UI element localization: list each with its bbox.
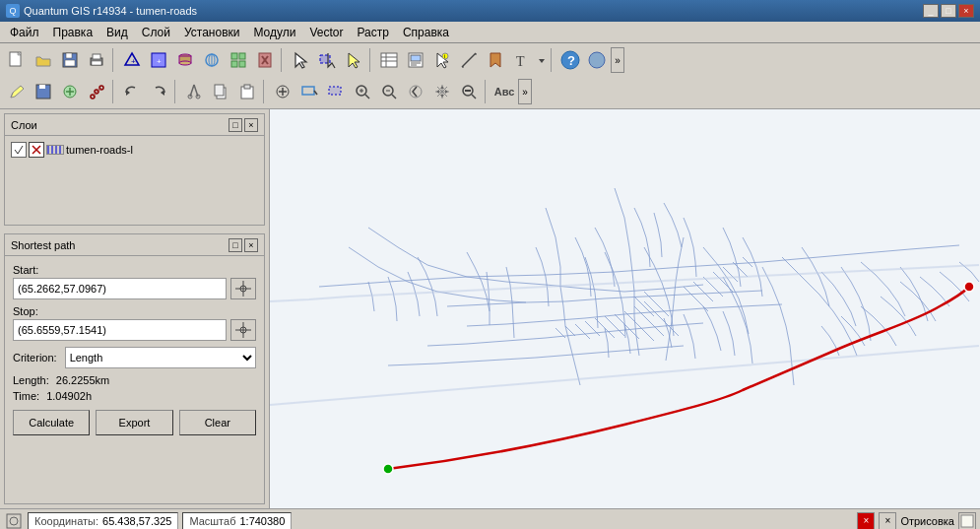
length-row: Length: 26.2255km bbox=[13, 374, 256, 386]
tb-more-1[interactable]: » bbox=[611, 47, 624, 73]
svg-rect-6 bbox=[93, 54, 100, 59]
svg-line-80 bbox=[15, 150, 18, 154]
status-map-icon[interactable] bbox=[4, 512, 24, 530]
tb-add-raster[interactable]: + bbox=[146, 47, 171, 73]
menu-vector[interactable]: Vector bbox=[303, 24, 349, 41]
menu-file[interactable]: Файл bbox=[4, 24, 45, 41]
tb-text[interactable]: T bbox=[509, 47, 535, 73]
scale-label: Масштаб bbox=[189, 515, 235, 527]
menu-settings[interactable]: Установки bbox=[178, 24, 245, 41]
svg-rect-90 bbox=[270, 109, 980, 508]
export-button[interactable]: Export bbox=[96, 410, 172, 435]
svg-line-78 bbox=[472, 95, 476, 99]
layers-maximize-btn[interactable]: □ bbox=[229, 118, 242, 132]
tb-pan[interactable] bbox=[429, 79, 455, 104]
layers-close-btn[interactable]: × bbox=[244, 118, 258, 132]
tb-zoom-custom[interactable] bbox=[456, 79, 482, 104]
criterion-select[interactable]: Length Time bbox=[65, 347, 256, 368]
tb-zoom-out[interactable] bbox=[376, 79, 402, 104]
tb-text-dropdown[interactable] bbox=[536, 47, 548, 73]
stop-pick-btn[interactable] bbox=[230, 319, 256, 341]
layer-remove-btn[interactable] bbox=[29, 142, 44, 158]
tb-zoom-full[interactable] bbox=[270, 79, 295, 104]
calculate-button[interactable]: Calculate bbox=[13, 410, 90, 435]
map-area[interactable] bbox=[270, 109, 980, 508]
sp-panel-controls: □ × bbox=[229, 238, 258, 252]
tb-add-db[interactable] bbox=[172, 47, 198, 73]
toolbar-1: + + i bbox=[4, 45, 976, 75]
time-label: Time: bbox=[13, 390, 39, 402]
tb-more-2[interactable]: » bbox=[518, 79, 532, 104]
tb-add-vector[interactable]: + bbox=[119, 47, 145, 73]
tb-save-edit[interactable] bbox=[31, 79, 56, 104]
render-stop-btn[interactable]: × bbox=[857, 512, 875, 530]
tb-zoom-in[interactable] bbox=[350, 79, 375, 104]
tb-select[interactable] bbox=[288, 47, 313, 73]
tb-cut[interactable] bbox=[181, 79, 207, 104]
render-settings-btn[interactable] bbox=[958, 512, 976, 530]
render-refresh-btn[interactable]: × bbox=[879, 512, 896, 530]
tb-identify[interactable]: i bbox=[429, 47, 455, 73]
svg-text:+: + bbox=[157, 57, 162, 66]
minimize-button[interactable]: _ bbox=[923, 4, 939, 18]
start-input[interactable] bbox=[13, 278, 227, 299]
tb-save[interactable] bbox=[57, 47, 83, 73]
tb-wms[interactable] bbox=[199, 47, 225, 73]
tb-settings[interactable] bbox=[584, 47, 610, 73]
tb-zoom-layer[interactable] bbox=[296, 79, 322, 104]
coords-value: 65.438,57.325 bbox=[102, 515, 171, 527]
tb-print[interactable] bbox=[84, 47, 109, 73]
clear-button[interactable]: Clear bbox=[179, 410, 256, 435]
tb-bookmark[interactable] bbox=[483, 47, 508, 73]
scale-section: Масштаб 1:740380 bbox=[182, 512, 292, 530]
sp-maximize-btn[interactable]: □ bbox=[229, 238, 242, 252]
tb-help[interactable]: ? bbox=[557, 47, 583, 73]
menu-help[interactable]: Справка bbox=[397, 24, 455, 41]
maximize-button[interactable]: □ bbox=[941, 4, 956, 18]
sp-close-btn[interactable]: × bbox=[244, 238, 258, 252]
tb-wmts[interactable] bbox=[226, 47, 251, 73]
tb-select-rect[interactable] bbox=[314, 47, 340, 73]
layer-symbol bbox=[46, 145, 64, 155]
tb-sep-8 bbox=[485, 80, 489, 103]
tb-add-feature[interactable] bbox=[57, 79, 83, 104]
menu-raster[interactable]: Растр bbox=[351, 24, 394, 41]
tb-cursor[interactable] bbox=[341, 47, 366, 73]
tb-redo[interactable] bbox=[146, 79, 171, 104]
tb-copy[interactable] bbox=[208, 79, 233, 104]
menu-plugins[interactable]: Модули bbox=[247, 24, 301, 41]
length-value: 26.2255km bbox=[56, 374, 109, 386]
stop-input[interactable] bbox=[13, 319, 227, 341]
layers-content: tumen-roads-l bbox=[5, 136, 264, 225]
tb-abc[interactable]: Авс bbox=[491, 79, 517, 104]
svg-rect-7 bbox=[92, 61, 101, 65]
menu-edit[interactable]: Правка bbox=[47, 24, 99, 41]
layers-title: Слои bbox=[11, 119, 37, 131]
sp-title-bar: Shortest path □ × bbox=[5, 234, 264, 256]
main-area: Слои □ × tumen-roads- bbox=[0, 109, 980, 508]
tb-undo[interactable] bbox=[119, 79, 145, 104]
tb-measure[interactable] bbox=[456, 47, 482, 73]
tb-node-tool[interactable] bbox=[84, 79, 109, 104]
status-bar: Координаты: 65.438,57.325 Масштаб 1:7403… bbox=[0, 508, 980, 529]
layer-visibility-checkbox[interactable] bbox=[11, 142, 27, 158]
layers-title-bar: Слои □ × bbox=[5, 114, 264, 136]
menu-layer[interactable]: Слой bbox=[136, 24, 176, 41]
coords-label: Координаты: bbox=[34, 515, 98, 527]
tb-edit-pencil[interactable] bbox=[4, 79, 30, 104]
tb-open[interactable] bbox=[31, 47, 56, 73]
list-item[interactable]: tumen-roads-l bbox=[9, 140, 260, 160]
close-button[interactable]: × bbox=[958, 4, 974, 18]
tb-sep-2 bbox=[281, 48, 285, 72]
tb-remove[interactable] bbox=[252, 47, 278, 73]
svg-point-14 bbox=[179, 61, 191, 65]
tb-paste[interactable] bbox=[234, 79, 260, 104]
tb-zoom-selection[interactable] bbox=[323, 79, 349, 104]
tb-attribute-table[interactable] bbox=[376, 47, 402, 73]
stop-input-row bbox=[13, 319, 256, 341]
menu-view[interactable]: Вид bbox=[100, 24, 134, 41]
start-pick-btn[interactable] bbox=[230, 278, 256, 299]
tb-zoom-prev[interactable] bbox=[403, 79, 428, 104]
tb-new[interactable] bbox=[4, 47, 30, 73]
tb-map-composer[interactable] bbox=[403, 47, 428, 73]
